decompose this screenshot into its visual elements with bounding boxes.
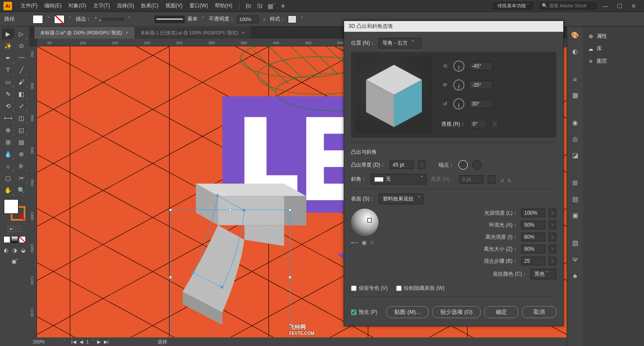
light-intensity-input[interactable]: 100% [521,209,545,217]
menu-type[interactable]: 文字(T) [90,2,113,9]
z-angle-dial[interactable] [453,98,464,109]
stroke-stepper-icon[interactable]: ⌃⌄ [94,16,100,22]
appearance-panel-icon[interactable]: ◎ [570,134,580,144]
screen-mode-icon[interactable]: ▣ˇ [11,258,18,265]
x-angle-input[interactable]: -45° [469,62,493,70]
menu-help[interactable]: 帮助(H) [211,2,236,9]
window-minimize[interactable]: — [598,3,613,9]
direct-selection-tool[interactable]: ▷ [15,28,27,39]
highlight-intensity-input[interactable]: 60% [521,233,545,241]
selection-handle[interactable] [229,209,232,211]
pen-tool[interactable]: ✒ [2,52,14,64]
curvature-tool[interactable]: 〰 [15,52,27,64]
draw-inside-icon[interactable]: ◒ [19,246,27,254]
align-panel-icon[interactable]: ▤ [570,194,580,204]
magic-wand-tool[interactable]: ✨ [2,40,14,52]
scale-tool[interactable]: ⤢ [15,100,27,112]
hand-tool[interactable]: ✋ [2,185,14,196]
cancel-button[interactable]: 取消 [522,306,556,318]
fewer-options-button[interactable]: 较少选项 (O) [432,306,481,318]
paintbrush-tool[interactable]: 🖌 [15,76,27,88]
swatches-panel-icon[interactable]: ◐ [570,46,580,57]
perspective-stepper[interactable]: › [491,120,499,128]
zoom-level[interactable]: 150% [33,339,58,344]
menu-view[interactable]: 视图(V) [162,2,186,9]
stepper[interactable]: › [549,221,556,229]
graph-tool[interactable]: ⊪ [15,161,27,172]
y-angle-input[interactable]: -35° [469,81,493,89]
gradient-tool[interactable]: ▤ [15,137,27,148]
zoom-tool[interactable]: 🔍 [15,185,27,196]
selection-bounding-box[interactable] [170,209,290,337]
light-delete-icon[interactable]: 🗑 [370,240,375,246]
eraser-tool[interactable]: ◧ [15,88,27,100]
stock-icon[interactable]: St [254,3,265,9]
type-tool[interactable]: T [2,64,14,76]
document-tab-2[interactable]: 未标题-1 [已恢复].ai @ 100% (RGB/GPU 预览)× [134,27,251,39]
color-panel-icon[interactable]: 🎨 [570,30,580,40]
stepper[interactable]: › [549,257,556,265]
free-transform-tool[interactable]: ◫ [15,112,27,124]
y-angle-dial[interactable] [453,79,464,91]
close-tab-icon[interactable]: × [125,30,128,35]
width-tool[interactable]: ⟷ [2,112,14,124]
opacity-stepper-icon[interactable]: › [261,16,267,22]
panel-properties[interactable]: ⚙属性 [583,30,644,42]
stroke-swatch[interactable] [54,15,64,24]
brushes-panel-icon[interactable]: ▨ [570,238,580,248]
shaper-tool[interactable]: ✎ [2,88,14,100]
panel-library[interactable]: ☁库 [583,42,644,55]
graphic-styles-panel-icon[interactable]: ◪ [570,150,580,161]
nav-prev-icon[interactable]: ◀ [79,339,84,345]
rectangle-tool[interactable]: ▭ [2,76,14,88]
gradient-panel-icon[interactable]: ▦ [570,90,580,100]
shade-color-select[interactable]: 黑色 ˇ [531,269,556,279]
cap-off-button[interactable] [472,160,482,170]
light-back-icon[interactable]: ⟵ [351,240,358,246]
fill-color-box[interactable] [4,199,18,214]
menu-object[interactable]: 对象(O) [65,2,89,9]
arrange-icon[interactable]: ▦ˇ [265,3,278,9]
panel-layers[interactable]: ≡图层 [583,55,644,67]
z-angle-input[interactable]: 30° [469,100,493,108]
stepper[interactable]: › [549,209,556,217]
lasso-tool[interactable]: ⊙ [15,40,27,52]
eyedropper-tool[interactable]: 💧 [2,149,14,160]
mesh-tool[interactable]: ⊞ [2,137,14,148]
extrude-stepper[interactable]: › [418,161,426,169]
fill-stroke-control[interactable] [4,199,25,221]
transform-panel-icon[interactable]: ⊞ [570,178,580,188]
cube-rotation-preview[interactable] [355,56,433,134]
symbol-sprayer-tool[interactable]: ☼ [2,161,14,172]
line-tool[interactable]: ╱ [15,64,27,76]
draw-hidden-checkbox[interactable]: 绘制隐藏表面 (W) [396,285,445,292]
light-handle[interactable] [367,218,372,222]
extrude-depth-input[interactable]: 45 pt [390,161,414,169]
light-preview[interactable] [351,209,378,236]
draw-normal-icon[interactable]: ◐ [2,246,10,254]
surface-select[interactable]: 塑料效果底纹 ˇ [379,194,424,204]
style-dd-icon[interactable]: ˇ [299,16,305,22]
map-art-button[interactable]: 贴图 (M)... [386,306,429,318]
document-tab-1[interactable]: 未标题-2.ai* @ 150% (RGB/GPU 预览)× [34,27,134,39]
window-maximize[interactable]: ☐ [613,3,627,9]
selection-tool[interactable]: ▶ [2,28,14,39]
stepper[interactable]: › [549,245,556,253]
blend-tool[interactable]: ⊚ [15,149,27,160]
color-mode-gradient[interactable] [11,236,18,243]
workspace-switcher[interactable]: 传统基本功能 ˇ [492,1,534,11]
stepper[interactable]: › [549,233,556,241]
ambient-input[interactable]: 50% [521,221,545,229]
light-new-icon[interactable]: ▣ [362,240,366,246]
selection-handle[interactable] [169,276,172,279]
ok-button[interactable]: 确定 [484,306,519,318]
nav-first-icon[interactable]: |◀ [70,339,77,345]
zoom-dropdown-icon[interactable]: ˇ [64,339,65,344]
selection-handle[interactable] [289,209,291,211]
color-mode-none[interactable] [19,236,26,243]
highlight-size-input[interactable]: 90% [521,245,545,253]
perspective-input[interactable]: 0° [470,120,487,128]
misc-panel-icon[interactable]: ♣ [570,270,580,281]
nav-dd-icon[interactable]: ˇ [92,339,95,345]
selection-handle[interactable] [289,276,291,279]
